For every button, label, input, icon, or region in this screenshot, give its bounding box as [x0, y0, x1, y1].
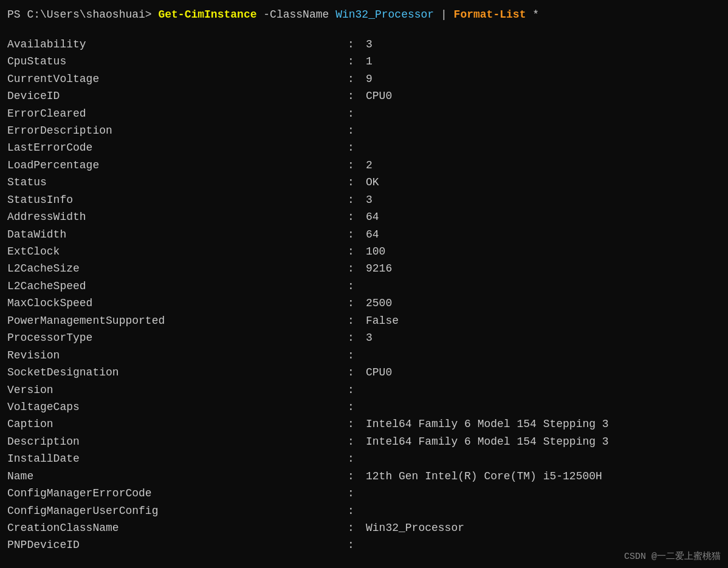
cmd-space3: [434, 6, 441, 24]
data-key: ErrorCleared: [7, 105, 348, 122]
table-row: L2CacheSize: 9216: [7, 260, 721, 277]
table-row: Caption: Intel64 Family 6 Model 154 Step…: [7, 416, 721, 433]
data-colon: :: [348, 468, 366, 485]
table-row: ConfigManagerErrorCode:: [7, 485, 721, 502]
data-key: L2CacheSize: [7, 260, 348, 277]
table-row: ErrorDescription:: [7, 122, 721, 139]
table-row: CreationClassName: Win32_Processor: [7, 519, 721, 536]
data-colon: :: [348, 105, 366, 122]
data-colon: :: [348, 485, 366, 502]
data-colon: :: [348, 312, 366, 329]
data-colon: :: [348, 399, 366, 416]
data-value: 100: [366, 243, 385, 260]
data-key: Name: [7, 468, 348, 485]
data-key: ErrorDescription: [7, 122, 348, 139]
data-colon: :: [348, 433, 366, 450]
table-row: AddressWidth: 64: [7, 208, 721, 225]
data-colon: :: [348, 347, 366, 364]
data-colon: :: [348, 174, 366, 191]
data-key: Caption: [7, 416, 348, 433]
data-colon: :: [348, 70, 366, 87]
data-key: ProcessorType: [7, 329, 348, 346]
data-value: 3: [366, 329, 373, 346]
data-key: Status: [7, 174, 348, 191]
watermark: CSDN @一二爱上蜜桃猫: [624, 550, 721, 562]
data-colon: :: [348, 278, 366, 295]
table-row: Version:: [7, 382, 721, 399]
data-key: Description: [7, 433, 348, 450]
data-key: Version: [7, 382, 348, 399]
data-key: CreationClassName: [7, 519, 348, 536]
table-row: Revision:: [7, 347, 721, 364]
table-row: Availability: 3: [7, 36, 721, 53]
data-colon: :: [348, 329, 366, 346]
data-key: L2CacheSpeed: [7, 278, 348, 295]
table-row: VoltageCaps:: [7, 399, 721, 416]
data-key: DataWidth: [7, 226, 348, 243]
data-table: Availability: 3CpuStatus: 1CurrentVoltag…: [7, 36, 721, 554]
data-colon: :: [348, 87, 366, 104]
data-value: CPU0: [366, 87, 392, 104]
data-colon: :: [348, 295, 366, 312]
table-row: Status: OK: [7, 174, 721, 191]
data-colon: :: [348, 382, 366, 399]
data-value: 9216: [366, 260, 392, 277]
data-colon: :: [348, 364, 366, 381]
cmd-format: Format-List: [454, 6, 526, 24]
data-value: False: [366, 312, 399, 329]
cmd-pipe: |: [441, 6, 447, 24]
data-key: LastErrorCode: [7, 139, 348, 156]
data-value: 2500: [366, 295, 392, 312]
data-colon: :: [348, 260, 366, 277]
data-colon: :: [348, 122, 366, 139]
data-key: MaxClockSpeed: [7, 295, 348, 312]
data-value: 2: [366, 157, 373, 174]
table-row: ErrorCleared:: [7, 105, 721, 122]
data-key: VoltageCaps: [7, 399, 348, 416]
data-value: 3: [366, 191, 373, 208]
data-colon: :: [348, 519, 366, 536]
table-row: L2CacheSpeed:: [7, 278, 721, 295]
data-value: Intel64 Family 6 Model 154 Stepping 3: [366, 433, 609, 450]
cmd-space1: [256, 6, 263, 24]
table-row: MaxClockSpeed: 2500: [7, 295, 721, 312]
data-colon: :: [348, 208, 366, 225]
terminal-window: PS C:\Users\shaoshuai> Get-CimInstance -…: [0, 0, 728, 568]
data-colon: :: [348, 191, 366, 208]
data-key: Availability: [7, 36, 348, 53]
table-row: CurrentVoltage: 9: [7, 70, 721, 87]
data-key: InstallDate: [7, 450, 348, 467]
cmd-get: Get-CimInstance: [158, 6, 256, 24]
data-value: 64: [366, 226, 379, 243]
data-value: Intel64 Family 6 Model 154 Stepping 3: [366, 416, 609, 433]
data-colon: :: [348, 226, 366, 243]
table-row: SocketDesignation: CPU0: [7, 364, 721, 381]
data-colon: :: [348, 139, 366, 156]
data-key: CurrentVoltage: [7, 70, 348, 87]
table-row: PNPDeviceID:: [7, 536, 721, 553]
table-row: LastErrorCode:: [7, 139, 721, 156]
data-key: DeviceID: [7, 87, 348, 104]
data-colon: :: [348, 450, 366, 467]
data-key: SocketDesignation: [7, 364, 348, 381]
data-key: AddressWidth: [7, 208, 348, 225]
cmd-star: *: [532, 6, 539, 24]
table-row: ExtClock: 100: [7, 243, 721, 260]
data-key: ConfigManagerErrorCode: [7, 485, 348, 502]
data-colon: :: [348, 157, 366, 174]
data-value: OK: [366, 174, 379, 191]
table-row: CpuStatus: 1: [7, 53, 721, 70]
data-value: 9: [366, 70, 373, 87]
data-colon: :: [348, 36, 366, 53]
prompt-text: PS C:\Users\shaoshuai>: [7, 6, 158, 24]
table-row: InstallDate:: [7, 450, 721, 467]
table-row: StatusInfo: 3: [7, 191, 721, 208]
table-row: Description: Intel64 Family 6 Model 154 …: [7, 433, 721, 450]
table-row: ConfigManagerUserConfig:: [7, 502, 721, 519]
cmd-space2: [329, 6, 335, 24]
data-value: 3: [366, 36, 373, 53]
data-colon: :: [348, 416, 366, 433]
data-key: StatusInfo: [7, 191, 348, 208]
data-key: PowerManagementSupported: [7, 312, 348, 329]
cmd-param1: -ClassName: [263, 6, 329, 24]
